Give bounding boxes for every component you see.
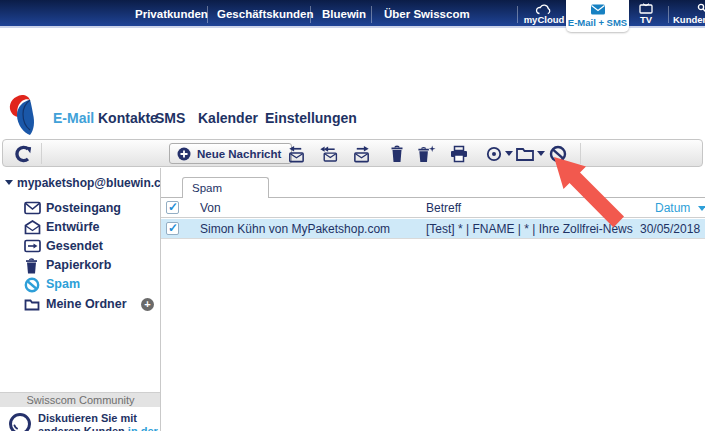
- divider: [310, 6, 311, 23]
- row-date: 30/05/2018: [640, 222, 700, 236]
- reply-all-icon[interactable]: [319, 144, 339, 164]
- sent-icon: [24, 239, 41, 253]
- cloud-icon: [535, 3, 553, 15]
- print-icon[interactable]: [449, 144, 469, 164]
- refresh-icon[interactable]: [13, 144, 33, 164]
- sidebar-item-label: Entwürfe: [46, 220, 99, 234]
- mail-toolbar: Neue Nachricht: [2, 139, 703, 167]
- sidebar-item-label: Meine Ordner: [46, 297, 127, 311]
- kundencenter-label: Kundencenter: [673, 14, 705, 25]
- divider: [41, 143, 42, 164]
- tv-icon: [639, 3, 653, 15]
- sidebar-item-spam[interactable]: Spam: [0, 276, 160, 295]
- account-collapse-caret: [5, 180, 13, 185]
- account-header[interactable]: mypaketshop@bluewin.ch: [5, 176, 161, 190]
- divider: [668, 6, 669, 23]
- sidebar-item-papierkorb[interactable]: Papierkorb: [0, 257, 160, 276]
- email-sms-label: E-Mail + SMS: [566, 17, 629, 28]
- reply-icon[interactable]: [286, 144, 306, 164]
- divider: [517, 6, 518, 23]
- move-to-folder-icon[interactable]: [515, 144, 535, 164]
- divider: [580, 143, 581, 164]
- top-navigation-bar: Privatkunden Geschäftskunden Bluewin Übe…: [0, 0, 705, 28]
- settings-dropdown-caret[interactable]: [505, 151, 513, 156]
- bluewin-webmail-window: Privatkunden Geschäftskunden Bluewin Übe…: [0, 0, 705, 431]
- row-subject: [Test] * | FNAME | * | Ihre Zollfrei-New…: [426, 222, 633, 236]
- tv-label: TV: [632, 14, 660, 25]
- community-text-line2: anderen Kunden in der: [38, 425, 158, 431]
- block-spam-icon[interactable]: [548, 144, 568, 164]
- topnav-email-sms-tab[interactable]: E-Mail + SMS: [566, 0, 629, 32]
- appnav-einstellungen[interactable]: Einstellungen: [265, 108, 357, 128]
- row-checkbox[interactable]: [166, 222, 179, 235]
- key-icon: [697, 3, 705, 15]
- column-header-von[interactable]: Von: [200, 201, 221, 215]
- appnav-kalender[interactable]: Kalender: [198, 108, 258, 128]
- select-all-checkbox[interactable]: [166, 201, 179, 214]
- community-text-line1: Diskutieren Sie mit: [38, 412, 137, 424]
- divider: [371, 6, 372, 23]
- topnav-bluewin[interactable]: Bluewin: [322, 0, 366, 28]
- delete-forever-icon[interactable]: [416, 144, 436, 164]
- drafts-icon: [24, 220, 41, 235]
- new-message-button[interactable]: Neue Nachricht: [169, 143, 292, 164]
- sidebar-item-gesendet[interactable]: Gesendet: [0, 238, 160, 257]
- message-list-panel: Spam Von Betreff Datum Simon Kühn von My…: [161, 168, 705, 431]
- swisscom-logo: [6, 94, 36, 136]
- new-message-label: Neue Nachricht: [197, 148, 281, 160]
- row-sender: Simon Kühn von MyPaketshop.com: [200, 222, 390, 236]
- account-email: mypaketshop@bluewin.ch: [17, 176, 161, 190]
- folder-dropdown-caret[interactable]: [537, 151, 545, 156]
- forward-icon[interactable]: [352, 144, 372, 164]
- inbox-icon: [24, 201, 41, 215]
- topnav-ueber-swisscom[interactable]: Über Swisscom: [384, 0, 470, 28]
- sidebar-item-entwuerfe[interactable]: Entwürfe: [0, 219, 160, 238]
- datum-label: Datum: [655, 201, 690, 215]
- message-row[interactable]: Simon Kühn von MyPaketshop.com [Test] * …: [161, 219, 705, 239]
- community-section-title: Swisscom Community: [0, 392, 161, 407]
- topnav-kundencenter[interactable]: Kundencenter: [673, 0, 705, 28]
- appnav-kontakte[interactable]: Kontakte: [98, 108, 158, 128]
- community-text-prefix: anderen Kunden: [38, 425, 128, 431]
- folder-sidebar: mypaketshop@bluewin.ch Posteingang Entwü…: [0, 168, 161, 431]
- settings-icon[interactable]: [484, 144, 504, 164]
- tab-spam[interactable]: Spam: [182, 177, 269, 198]
- topnav-privatkunden[interactable]: Privatkunden: [135, 0, 208, 28]
- topnav-mycloud[interactable]: myCloud: [522, 0, 566, 28]
- divider: [207, 6, 208, 23]
- plus-circle-icon: [177, 147, 191, 161]
- block-icon: [24, 277, 40, 293]
- topnav-geschaeftskunden[interactable]: Geschäftskunden: [217, 0, 314, 28]
- message-list-header: Von Betreff Datum: [161, 198, 705, 218]
- sidebar-item-meine-ordner[interactable]: Meine Ordner +: [0, 296, 160, 315]
- sidebar-item-posteingang[interactable]: Posteingang: [0, 200, 160, 219]
- appnav-sms[interactable]: SMS: [155, 108, 185, 128]
- community-logo-icon: [8, 412, 32, 431]
- sidebar-item-label: Papierkorb: [46, 258, 111, 272]
- appnav-email[interactable]: E-Mail: [53, 108, 94, 128]
- mycloud-label: myCloud: [522, 14, 566, 25]
- topnav-tv[interactable]: TV: [632, 0, 660, 28]
- trash-icon: [24, 258, 39, 274]
- column-header-datum[interactable]: Datum: [655, 201, 702, 215]
- community-link[interactable]: in der: [128, 425, 158, 431]
- column-header-betreff[interactable]: Betreff: [426, 201, 461, 215]
- folder-icon: [24, 297, 40, 311]
- sort-desc-caret: [698, 206, 705, 211]
- add-folder-icon[interactable]: +: [141, 298, 154, 311]
- delete-icon[interactable]: [387, 144, 407, 164]
- sidebar-item-label: Spam: [46, 277, 80, 291]
- sidebar-item-label: Gesendet: [46, 239, 103, 253]
- envelope-icon: [590, 4, 605, 15]
- sidebar-item-label: Posteingang: [46, 201, 121, 215]
